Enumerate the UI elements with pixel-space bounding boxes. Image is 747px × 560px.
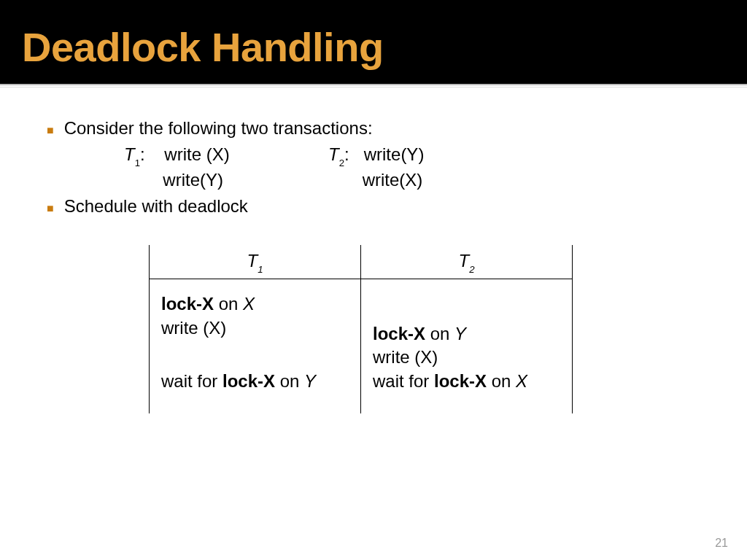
schedule-table: T1 T2 lock-X on X write (X) wait for loc… bbox=[149, 245, 573, 413]
transactions-block: T1: write (X) T2: write(Y) write(Y) writ… bbox=[47, 143, 711, 192]
page-number: 21 bbox=[715, 537, 728, 550]
schedule-header-t2: T2 bbox=[361, 245, 573, 279]
slide-title: Deadlock Handling bbox=[22, 23, 725, 71]
schedule-header-t1: T1 bbox=[150, 245, 361, 279]
t2-line2: write(X) bbox=[328, 168, 533, 192]
bullet-2-text: Schedule with deadlock bbox=[64, 195, 248, 218]
bullet-icon: ■ bbox=[47, 201, 54, 217]
bullet-2: ■ Schedule with deadlock bbox=[47, 195, 711, 218]
header-divider bbox=[0, 84, 747, 88]
t2-line1: T2: write(Y) bbox=[328, 143, 533, 168]
bullet-1: ■ Consider the following two transaction… bbox=[47, 117, 711, 140]
slide-header: Deadlock Handling bbox=[0, 0, 747, 84]
slide-body: ■ Consider the following two transaction… bbox=[0, 89, 747, 413]
schedule-t2-cell: lock-X on Y write (X) wait for lock-X on… bbox=[361, 279, 573, 413]
bullet-1-text: Consider the following two transactions: bbox=[64, 117, 373, 140]
slide: Deadlock Handling ■ Consider the followi… bbox=[0, 0, 747, 560]
schedule-table-wrap: T1 T2 lock-X on X write (X) wait for loc… bbox=[149, 245, 711, 413]
schedule-t1-cell: lock-X on X write (X) wait for lock-X on… bbox=[150, 279, 361, 413]
t1-line2: write(Y) bbox=[124, 168, 328, 192]
t1-line1: T1: write (X) bbox=[124, 143, 328, 168]
bullet-icon: ■ bbox=[47, 122, 54, 139]
